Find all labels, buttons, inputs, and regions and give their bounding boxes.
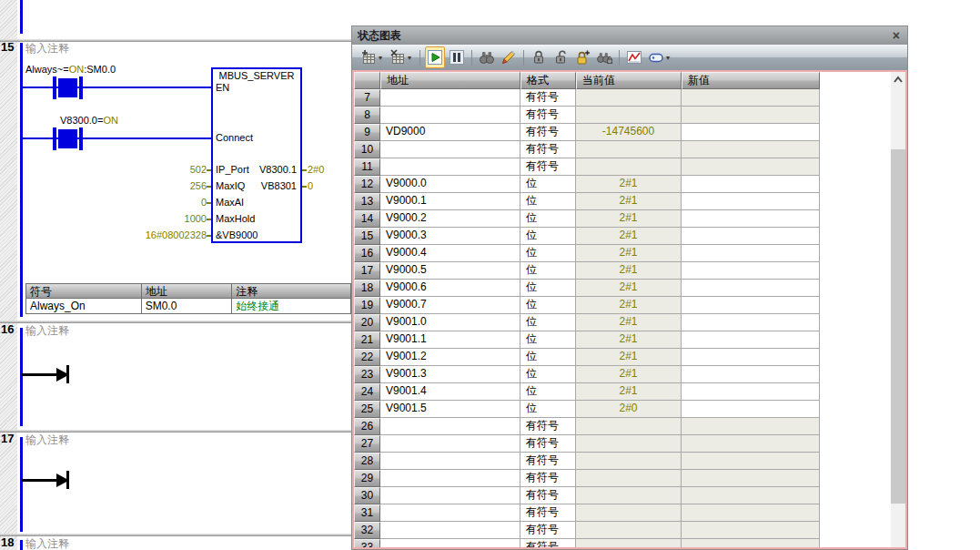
new-value-cell[interactable]: [682, 228, 820, 245]
new-value-cell[interactable]: [682, 280, 820, 297]
dropdown-arrow-icon[interactable]: ▾: [379, 54, 382, 62]
address-cell[interactable]: V9001.2: [380, 349, 520, 366]
new-value-cell[interactable]: [682, 331, 820, 349]
row-number-cell[interactable]: 23: [354, 366, 380, 383]
new-value-cell[interactable]: [682, 314, 820, 331]
read-all-button[interactable]: [477, 46, 497, 68]
address-cell[interactable]: V9000.2: [380, 210, 520, 228]
row-number-cell[interactable]: 17: [354, 262, 380, 280]
row-number-cell[interactable]: 21: [354, 331, 380, 349]
format-cell[interactable]: 位: [520, 193, 576, 210]
address-cell[interactable]: [380, 453, 520, 470]
insert-row-button[interactable]: ▾: [359, 46, 386, 68]
format-cell[interactable]: 有符号: [520, 141, 576, 158]
row-number-cell[interactable]: 33: [354, 539, 380, 549]
new-value-cell[interactable]: [682, 297, 820, 314]
format-cell[interactable]: 有符号: [520, 453, 576, 470]
force-button[interactable]: [529, 46, 549, 68]
block-output-value[interactable]: 0: [308, 180, 313, 192]
format-cell[interactable]: 位: [520, 210, 576, 228]
column-header[interactable]: 当前值: [576, 72, 682, 89]
address-cell[interactable]: V9000.5: [380, 262, 520, 280]
row-number-cell[interactable]: 15: [354, 228, 380, 245]
bookmark-button[interactable]: ▾: [646, 46, 673, 68]
row-number-cell[interactable]: 18: [354, 280, 380, 297]
scroll-up-icon[interactable]: [891, 74, 905, 87]
column-header[interactable]: 新值: [682, 72, 820, 89]
row-number-cell[interactable]: 7: [354, 89, 380, 107]
row-number-cell[interactable]: 25: [354, 401, 380, 418]
format-cell[interactable]: 位: [520, 314, 576, 331]
row-number-cell[interactable]: 14: [354, 210, 380, 228]
format-cell[interactable]: 有符号: [520, 418, 576, 435]
row-number-cell[interactable]: 19: [354, 297, 380, 314]
format-cell[interactable]: 有符号: [520, 158, 576, 176]
dropdown-arrow-icon[interactable]: ▾: [408, 54, 411, 62]
address-cell[interactable]: [380, 89, 520, 107]
format-cell[interactable]: 有符号: [520, 470, 576, 487]
format-cell[interactable]: 有符号: [520, 435, 576, 453]
address-cell[interactable]: V9001.1: [380, 331, 520, 349]
contact-energized-fill[interactable]: [58, 129, 77, 148]
address-cell[interactable]: V9000.0: [380, 176, 520, 193]
new-value-cell[interactable]: [682, 245, 820, 262]
address-cell[interactable]: [380, 107, 520, 124]
row-number-cell[interactable]: 10: [354, 141, 380, 158]
address-cell[interactable]: V9001.4: [380, 383, 520, 401]
format-cell[interactable]: 位: [520, 366, 576, 383]
block-input-value[interactable]: 256: [55, 180, 207, 192]
new-value-cell[interactable]: [682, 366, 820, 383]
format-cell[interactable]: 有符号: [520, 522, 576, 539]
address-cell[interactable]: [380, 435, 520, 453]
address-cell[interactable]: [380, 470, 520, 487]
column-header[interactable]: 地址: [380, 72, 520, 89]
address-cell[interactable]: [380, 504, 520, 522]
format-cell[interactable]: 有符号: [520, 487, 576, 504]
row-number-cell[interactable]: 22: [354, 349, 380, 366]
address-cell[interactable]: V9000.7: [380, 297, 520, 314]
format-cell[interactable]: 位: [520, 228, 576, 245]
row-number-cell[interactable]: 16: [354, 245, 380, 262]
write-all-button[interactable]: [499, 46, 519, 68]
contact[interactable]: [53, 127, 56, 150]
row-number-cell[interactable]: 12: [354, 176, 380, 193]
format-cell[interactable]: 位: [520, 349, 576, 366]
format-cell[interactable]: 位: [520, 262, 576, 280]
new-value-cell[interactable]: [682, 176, 820, 193]
format-cell[interactable]: 位: [520, 383, 576, 401]
format-cell[interactable]: 位: [520, 245, 576, 262]
read-forced-button[interactable]: [594, 46, 614, 68]
row-number-cell[interactable]: 31: [354, 504, 380, 522]
chart-status-pause-button[interactable]: [447, 46, 467, 68]
dropdown-arrow-icon[interactable]: ▾: [666, 54, 670, 62]
contact[interactable]: [79, 76, 83, 99]
address-cell[interactable]: VD9000: [380, 124, 520, 141]
block-input-value[interactable]: 1000: [55, 213, 207, 225]
network-comment[interactable]: 输入注释: [25, 434, 69, 446]
new-value-cell[interactable]: [682, 193, 820, 210]
unforce-all-button[interactable]: [572, 46, 592, 68]
contact[interactable]: [79, 127, 83, 150]
row-number-cell[interactable]: 13: [354, 193, 380, 210]
delete-row-button[interactable]: ▾: [388, 46, 415, 68]
contact-energized-fill[interactable]: [58, 78, 77, 97]
address-cell[interactable]: [380, 158, 520, 176]
unforce-button[interactable]: [551, 46, 571, 68]
scrollbar-thumb[interactable]: [891, 149, 905, 504]
network-comment[interactable]: 输入注释: [25, 325, 69, 337]
format-cell[interactable]: 位: [520, 331, 576, 349]
block-input-value[interactable]: 0: [55, 197, 207, 209]
block-input-value[interactable]: 502: [55, 164, 207, 176]
format-cell[interactable]: 位: [520, 297, 576, 314]
vertical-scrollbar[interactable]: [891, 72, 905, 547]
row-number-cell[interactable]: 29: [354, 470, 380, 487]
window-titlebar[interactable]: 状态图表 ×: [352, 26, 907, 45]
format-cell[interactable]: 位: [520, 176, 576, 193]
new-value-cell[interactable]: [682, 262, 820, 280]
address-cell[interactable]: V9001.3: [380, 366, 520, 383]
address-cell[interactable]: [380, 141, 520, 158]
row-number-cell[interactable]: 26: [354, 418, 380, 435]
format-cell[interactable]: 有符号: [520, 504, 576, 522]
format-cell[interactable]: 有符号: [520, 89, 576, 107]
address-cell[interactable]: V9000.6: [380, 280, 520, 297]
